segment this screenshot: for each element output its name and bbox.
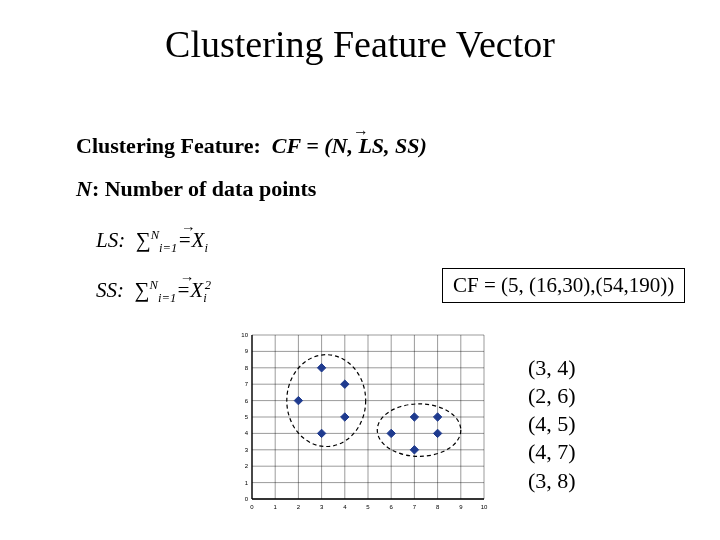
- point: (2, 6): [528, 382, 576, 410]
- heading-n: N: Number of data points: [76, 176, 316, 202]
- heading-n-prefix: N: [76, 176, 92, 201]
- svg-text:4: 4: [245, 430, 249, 436]
- svg-text:7: 7: [245, 381, 249, 387]
- heading-cf-label: Clustering Feature:: [76, 133, 261, 158]
- svg-text:5: 5: [245, 414, 249, 420]
- svg-text:1: 1: [274, 504, 278, 510]
- svg-text:3: 3: [245, 447, 249, 453]
- ss-formula: SS: ∑Ni=1=Xi2: [96, 278, 211, 306]
- svg-text:1: 1: [245, 480, 249, 486]
- svg-text:0: 0: [250, 504, 254, 510]
- svg-text:0: 0: [245, 496, 249, 502]
- scatter-chart: 012345678910012345678910: [230, 329, 490, 517]
- heading-cf-rhs: CF = (N, LS, SS): [272, 133, 427, 158]
- svg-text:10: 10: [481, 504, 488, 510]
- cf-result-box: CF = (5, (16,30),(54,190)): [442, 268, 685, 303]
- points-list: (3, 4) (2, 6) (4, 5) (4, 7) (3, 8): [528, 354, 576, 495]
- sigma-icon: ∑: [129, 278, 149, 302]
- svg-text:10: 10: [241, 332, 248, 338]
- point: (3, 8): [528, 467, 576, 495]
- svg-text:2: 2: [297, 504, 301, 510]
- svg-text:6: 6: [245, 398, 249, 404]
- ls-label: LS:: [96, 228, 125, 252]
- ls-formula: LS: ∑Ni=1=Xi: [96, 228, 208, 256]
- heading-n-rest: : Number of data points: [92, 176, 317, 201]
- point: (4, 5): [528, 410, 576, 438]
- svg-text:6: 6: [390, 504, 394, 510]
- point: (3, 4): [528, 354, 576, 382]
- svg-text:9: 9: [245, 348, 249, 354]
- svg-text:8: 8: [436, 504, 440, 510]
- svg-text:3: 3: [320, 504, 324, 510]
- sigma-icon: ∑: [130, 228, 150, 252]
- svg-text:9: 9: [459, 504, 463, 510]
- point: (4, 7): [528, 438, 576, 466]
- ss-label: SS:: [96, 278, 124, 302]
- svg-text:8: 8: [245, 365, 249, 371]
- page-title: Clustering Feature Vector: [0, 22, 720, 66]
- svg-text:2: 2: [245, 463, 249, 469]
- svg-text:7: 7: [413, 504, 417, 510]
- svg-text:4: 4: [343, 504, 347, 510]
- slide: Clustering Feature Vector → Clustering F…: [0, 0, 720, 540]
- svg-text:5: 5: [366, 504, 370, 510]
- heading-cf: Clustering Feature: CF = (N, LS, SS): [76, 133, 427, 159]
